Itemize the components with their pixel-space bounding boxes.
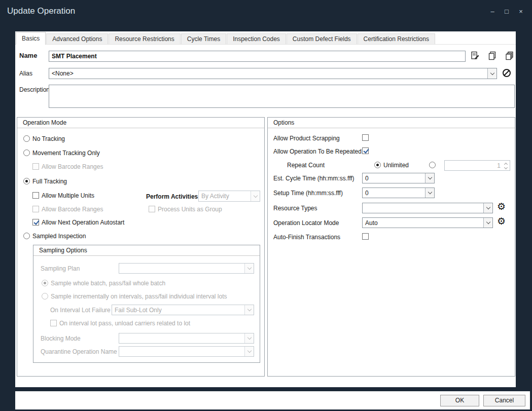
process-units-as-group-label: Process Units as Group — [158, 206, 222, 213]
tab-strip: Basics Advanced Options Resource Restric… — [15, 31, 516, 45]
movement-tracking-row[interactable]: Movement Tracking Only — [23, 149, 100, 157]
tab-certification-restrictions[interactable]: Certification Restrictions — [358, 33, 435, 44]
operation-locator-mode-dropdown-arrow-icon[interactable] — [483, 218, 492, 228]
est-cycle-time-value: 0 — [363, 173, 425, 183]
footer-bar: OK Cancel — [15, 391, 530, 409]
clear-alias-icon[interactable] — [502, 68, 511, 78]
sample-whole-batch-radio — [42, 280, 48, 286]
operation-locator-mode-combo[interactable]: Auto — [362, 217, 493, 228]
ok-button[interactable]: OK — [440, 395, 479, 406]
on-interval-lot-pass-label: On interval lot pass, unload carriers re… — [59, 320, 190, 327]
allow-barcode-ranges-label-2: Allow Barcode Ranges — [42, 206, 103, 213]
allow-multiple-units-label: Allow Multiple Units — [42, 192, 94, 199]
sampled-inspection-radio[interactable] — [23, 233, 30, 239]
tab-advanced-options[interactable]: Advanced Options — [46, 33, 108, 44]
on-interval-lot-failure-combo: Fail Sub-Lot Only — [112, 305, 254, 315]
allow-next-operation-autostart-row[interactable]: Allow Next Operation Autostart — [32, 218, 124, 226]
resource-types-gear-icon[interactable]: ⚙ — [497, 202, 506, 211]
process-units-as-group-checkbox — [149, 206, 155, 212]
setup-time-dropdown-arrow-icon[interactable] — [425, 188, 434, 198]
allow-barcode-ranges-checkbox-2 — [32, 206, 39, 212]
allow-next-operation-autostart-checkbox[interactable] — [32, 219, 39, 226]
blocking-mode-combo — [119, 333, 254, 344]
name-input[interactable] — [49, 51, 466, 62]
unlimited-radio[interactable] — [374, 162, 381, 168]
resource-types-dropdown-arrow-icon[interactable] — [483, 203, 492, 213]
no-tracking-label: No Tracking — [32, 135, 65, 142]
operation-locator-mode-gear-icon[interactable]: ⚙ — [497, 216, 506, 226]
quarantine-operation-name-combo — [119, 346, 254, 357]
minimize-icon[interactable]: – — [487, 7, 498, 16]
alias-combo[interactable]: <None> — [49, 68, 497, 79]
allow-multiple-units-checkbox[interactable] — [32, 192, 39, 199]
maximize-icon[interactable]: □ — [502, 7, 512, 16]
sample-incrementally-radio — [42, 293, 48, 300]
movement-tracking-label: Movement Tracking Only — [32, 150, 100, 157]
sampling-options-title: Sampling Options — [33, 245, 260, 256]
full-tracking-row[interactable]: Full Tracking — [23, 177, 67, 185]
description-input[interactable] — [49, 85, 515, 108]
est-cycle-time-combo[interactable]: 0 — [362, 173, 435, 183]
operation-mode-title: Operation Mode — [17, 118, 264, 128]
full-tracking-radio[interactable] — [23, 178, 30, 184]
resource-types-combo[interactable] — [362, 203, 493, 213]
repeat-count-value: 1 — [445, 162, 503, 169]
window-title: Update Operation — [7, 6, 75, 16]
cancel-button[interactable]: Cancel — [483, 395, 525, 406]
setup-time-value: 0 — [363, 188, 425, 198]
on-interval-lot-pass-checkbox — [50, 320, 57, 326]
operation-locator-mode-label: Operation Locator Mode — [273, 219, 339, 227]
tab-resource-restrictions[interactable]: Resource Restrictions — [109, 33, 180, 44]
on-interval-lot-failure-value: Fail Sub-Lot Only — [112, 305, 244, 315]
movement-tracking-radio[interactable] — [23, 150, 30, 156]
allow-multiple-units-row[interactable]: Allow Multiple Units — [32, 192, 94, 199]
on-interval-lot-pass-row: On interval lot pass, unload carriers re… — [50, 319, 190, 327]
copy-document-icon[interactable] — [488, 51, 497, 60]
limited-repeat-row[interactable] — [429, 161, 436, 169]
allow-product-scrapping-checkbox[interactable] — [362, 134, 369, 141]
sampled-inspection-label: Sampled Inspection — [32, 233, 86, 240]
est-cycle-time-dropdown-arrow-icon[interactable] — [425, 173, 434, 183]
edit-document-icon[interactable] — [471, 51, 480, 60]
perform-activities-value: By Activity — [199, 191, 251, 201]
est-cycle-time-label: Est. Cycle Time (hh:mm:ss.fff) — [273, 175, 354, 182]
tab-cycle-times[interactable]: Cycle Times — [181, 33, 226, 44]
perform-activities-label: Perform Activities — [146, 193, 198, 200]
sampled-inspection-row[interactable]: Sampled Inspection — [23, 232, 86, 240]
setup-time-combo[interactable]: 0 — [362, 188, 435, 198]
sampling-plan-combo — [119, 263, 254, 274]
allow-operation-repeated-checkbox[interactable] — [362, 147, 369, 154]
tab-inspection-codes[interactable]: Inspection Codes — [227, 33, 286, 44]
no-tracking-radio[interactable] — [23, 135, 30, 142]
update-operation-window: Update Operation – □ × Basics Advanced O… — [0, 0, 532, 411]
operation-mode-group: Operation Mode No Tracking Movement Trac… — [17, 117, 265, 377]
tab-custom-defect-fields[interactable]: Custom Defect Fields — [287, 33, 357, 44]
sampling-options-group: Sampling Options Sampling Plan Sample wh… — [33, 245, 260, 363]
tab-basics[interactable]: Basics — [16, 32, 46, 45]
limited-repeat-radio[interactable] — [429, 162, 436, 168]
description-label: Description — [19, 86, 50, 93]
on-interval-lot-failure-dropdown-arrow-icon — [244, 305, 254, 315]
name-label: Name — [19, 52, 37, 59]
auto-finish-transactions-checkbox[interactable] — [362, 233, 369, 240]
no-tracking-row[interactable]: No Tracking — [23, 135, 65, 142]
sample-whole-batch-label: Sample whole batch, pass/fail whole batc… — [51, 280, 165, 287]
sample-incrementally-row: Sample incrementally on intervals, pass/… — [42, 292, 227, 300]
alias-dropdown-arrow-icon[interactable] — [487, 68, 496, 79]
perform-activities-dropdown-arrow-icon — [251, 191, 260, 201]
close-icon[interactable]: × — [516, 7, 526, 16]
allow-barcode-ranges-row-1: Allow Barcode Ranges — [32, 163, 103, 170]
blocking-mode-value — [119, 333, 244, 343]
sample-whole-batch-row: Sample whole batch, pass/fail whole batc… — [42, 279, 165, 287]
document-stack-icon[interactable] — [505, 51, 514, 60]
repeat-count-label: Repeat Count — [287, 162, 325, 169]
unlimited-row[interactable]: Unlimited — [374, 161, 409, 169]
sample-incrementally-label: Sample incrementally on intervals, pass/… — [51, 293, 227, 300]
allow-barcode-ranges-checkbox-1 — [32, 163, 39, 170]
quarantine-operation-name-value — [119, 347, 244, 356]
resource-types-label: Resource Types — [273, 205, 317, 212]
allow-product-scrapping-label: Allow Product Scrapping — [273, 135, 340, 142]
alias-value: <None> — [49, 68, 487, 79]
allow-next-operation-autostart-label: Allow Next Operation Autostart — [42, 219, 124, 226]
blocking-mode-label: Blocking Mode — [41, 335, 81, 342]
